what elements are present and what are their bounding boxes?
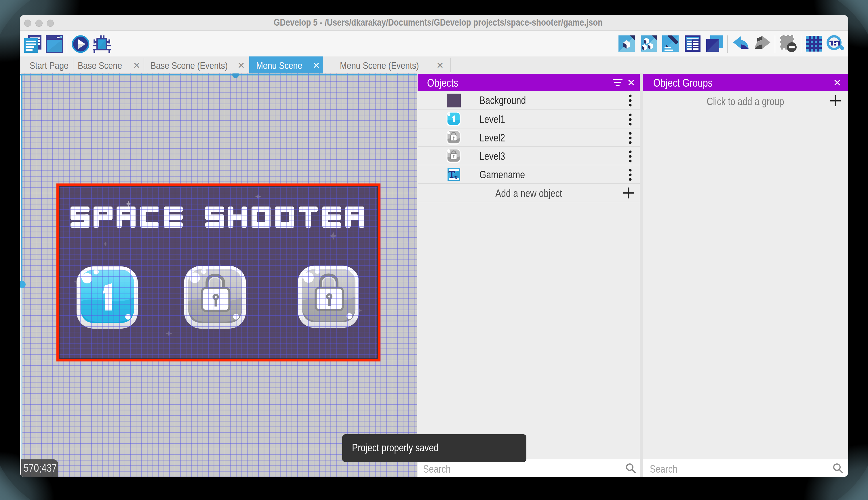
svg-text:T: T [448,169,455,180]
svg-text:x: x [455,173,458,181]
